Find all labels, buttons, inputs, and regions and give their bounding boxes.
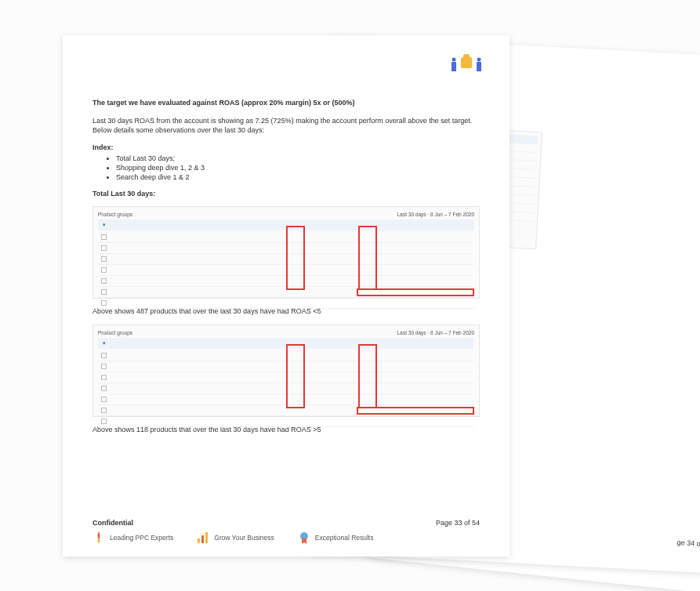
- svg-rect-18: [198, 538, 200, 543]
- document-page-33: The target we have evaluated against ROA…: [63, 35, 510, 557]
- chart-icon: [197, 531, 209, 544]
- table-daterange: Last 30 days · 8 Jun – 7 Feb 2020: [397, 330, 474, 335]
- highlight-box: [286, 344, 305, 408]
- svg-rect-20: [205, 532, 208, 543]
- table-screenshot: Product groups Last 30 days · 8 Jun – 7 …: [92, 206, 480, 299]
- table-title: Product groups: [98, 330, 132, 335]
- logo-icon: [447, 51, 486, 74]
- section-title: Total Last 30 days:: [92, 189, 480, 199]
- index-label: Index:: [92, 143, 480, 151]
- page-number: Page 33 of 54: [436, 519, 480, 527]
- svg-rect-12: [461, 57, 472, 68]
- svg-rect-14: [452, 62, 456, 71]
- table-screenshot: Product groups Last 30 days · 8 Jun – 7 …: [92, 325, 480, 417]
- confidential-label: Confidential: [92, 519, 133, 527]
- highlight-box: [286, 226, 305, 290]
- rocket-icon: [92, 531, 105, 544]
- heading: The target we have evaluated against ROA…: [92, 98, 480, 108]
- svg-point-17: [477, 58, 481, 62]
- list-item: Shopping deep dive 1, 2 & 3: [116, 164, 480, 172]
- highlight-box: [357, 288, 474, 296]
- highlight-box: [358, 226, 377, 290]
- index-list: Total Last 30 days; Shopping deep dive 1…: [116, 154, 480, 181]
- list-item: Search deep dive 1 & 2: [116, 173, 480, 181]
- table-daterange: Last 30 days · 8 Jun – 7 Feb 2020: [397, 212, 474, 217]
- svg-rect-19: [201, 535, 204, 543]
- svg-rect-13: [463, 54, 470, 59]
- footer-item: Leading PPC Experts: [92, 531, 173, 544]
- footer-item: Grow Your Business: [197, 531, 274, 544]
- page-number: ge 34 of 54: [676, 538, 700, 548]
- intro-paragraph: Last 30 days ROAS from the account is sh…: [92, 116, 480, 136]
- highlight-box: [358, 344, 377, 408]
- svg-point-15: [452, 58, 456, 62]
- page-footer: Confidential Page 33 of 54 Leading PPC E…: [92, 519, 480, 544]
- footer-item: Exceptional Results: [298, 531, 374, 544]
- badge-icon: [298, 531, 310, 544]
- table-title: Product groups: [98, 212, 132, 217]
- list-item: Total Last 30 days;: [116, 154, 480, 162]
- highlight-box: [357, 407, 474, 415]
- svg-rect-16: [477, 62, 481, 71]
